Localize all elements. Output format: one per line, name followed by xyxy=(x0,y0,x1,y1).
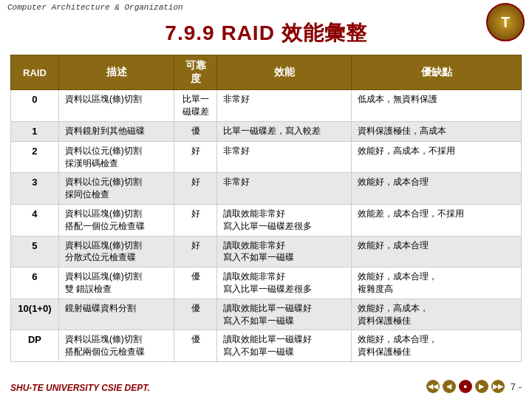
cell-reliability: 優 xyxy=(174,121,216,141)
cell-desc: 資料以區塊(條)切割 搭配兩個位元檢查碟 xyxy=(58,330,174,362)
cell-desc: 資料以區塊(條)切割 雙 錯誤檢查 xyxy=(58,267,174,299)
cell-performance: 讀取效能比單一磁碟好 寫入不如單一磁碟 xyxy=(216,330,352,362)
cell-raid-id: 0 xyxy=(11,90,59,122)
cell-raid-id: 2 xyxy=(11,141,59,173)
table-row: 5資料以區塊(條)切割 分散式位元檢查碟好讀取效能非常好 寫入不如單一磁碟效能好… xyxy=(11,236,522,267)
cell-pros: 效能好，高成本，不採用 xyxy=(352,141,522,173)
raid-table: RAID 描述 可靠度 效能 優缺點 0資料以區塊(條)切割比單一 磁碟差非常好… xyxy=(10,55,522,362)
nav-prev[interactable]: ◀ xyxy=(443,380,456,393)
cell-raid-id: 1 xyxy=(11,121,59,141)
logo-text: T xyxy=(501,14,510,31)
cell-pros: 效能好，成本合理 xyxy=(352,236,522,267)
cell-reliability: 好 xyxy=(174,173,216,205)
cell-reliability: 好 xyxy=(174,141,216,173)
table-row: 0資料以區塊(條)切割比單一 磁碟差非常好低成本，無資料保護 xyxy=(11,90,522,122)
cell-raid-id: 3 xyxy=(11,173,59,205)
cell-pros: 效能好，成本合理 xyxy=(352,173,522,205)
table-row: 2資料以位元(條)切割 採漢明碼檢查好非常好效能好，高成本，不採用 xyxy=(11,141,522,173)
page-number: 7 - xyxy=(511,381,522,392)
cell-desc: 資料以位元(條)切割 採漢明碼檢查 xyxy=(58,141,174,173)
footer-label: SHU-TE UNIVERSITY CSIE DEPT. xyxy=(10,383,150,393)
cell-pros: 資料保護極佳，高成本 xyxy=(352,121,522,141)
cell-pros: 效能差，成本合理，不採用 xyxy=(352,204,522,236)
cell-desc: 資料以區塊(條)切割 xyxy=(58,90,174,122)
cell-desc: 鏡射磁碟資料分割 xyxy=(58,299,174,330)
cell-pros: 效能好，高成本， 資料保護極佳 xyxy=(352,299,522,330)
cell-pros: 效能好，成本合理， 資料保護極佳 xyxy=(352,330,522,362)
main-title: 7.9.9 RAID 效能彙整 xyxy=(0,13,532,55)
cell-raid-id: 5 xyxy=(11,236,59,267)
cell-reliability: 優 xyxy=(174,330,216,362)
cell-raid-id: DP xyxy=(11,330,59,362)
table-row: 1資料鏡射到其他磁碟優比單一磁碟差，寫入較差資料保護極佳，高成本 xyxy=(11,121,522,141)
cell-performance: 讀取效能非常好 寫入不如單一磁碟 xyxy=(216,236,352,267)
cell-raid-id: 10(1+0) xyxy=(11,299,59,330)
cell-reliability: 好 xyxy=(174,204,216,236)
cell-reliability: 好 xyxy=(174,236,216,267)
cell-performance: 讀取效能比單一磁碟好 寫入不如單一磁碟 xyxy=(216,299,352,330)
table-row: 10(1+0)鏡射磁碟資料分割優讀取效能比單一磁碟好 寫入不如單一磁碟效能好，高… xyxy=(11,299,522,330)
table-header-row: RAID 描述 可靠度 效能 優缺點 xyxy=(11,55,522,90)
cell-performance: 非常好 xyxy=(216,173,352,205)
col-header-reliability: 可靠度 xyxy=(174,55,216,90)
cell-reliability: 比單一 磁碟差 xyxy=(174,90,216,122)
footer: SHU-TE UNIVERSITY CSIE DEPT. xyxy=(10,383,150,393)
col-header-pros: 優缺點 xyxy=(352,55,522,90)
cell-desc: 資料以區塊(條)切割 搭配一個位元檢查碟 xyxy=(58,204,174,236)
header-bar: Computer Architecture & Organization xyxy=(0,0,532,13)
table-row: 4資料以區塊(條)切割 搭配一個位元檢查碟好讀取效能非常好 寫入比單一磁碟差很多… xyxy=(11,204,522,236)
cell-performance: 讀取效能非常好 寫入比單一磁碟差很多 xyxy=(216,204,352,236)
cell-raid-id: 6 xyxy=(11,267,59,299)
subtitle: Computer Architecture & Organization xyxy=(7,3,183,12)
table-row: 3資料以位元(條)切割 採同位檢查好非常好效能好，成本合理 xyxy=(11,173,522,205)
logo: T xyxy=(486,3,525,41)
cell-pros: 效能好，成本合理， 複雜度高 xyxy=(352,267,522,299)
col-header-raid: RAID xyxy=(11,55,59,90)
nav-next-next[interactable]: ▶ xyxy=(475,380,488,393)
cell-performance: 讀取效能非常好 寫入比單一磁碟差很多 xyxy=(216,267,352,299)
cell-performance: 比單一磁碟差，寫入較差 xyxy=(216,121,352,141)
table-row: DP資料以區塊(條)切割 搭配兩個位元檢查碟優讀取效能比單一磁碟好 寫入不如單一… xyxy=(11,330,522,362)
nav-prev-prev[interactable]: ◀◀ xyxy=(426,380,440,393)
cell-raid-id: 4 xyxy=(11,204,59,236)
col-header-desc: 描述 xyxy=(58,55,174,90)
nav-last[interactable]: ▶▶ xyxy=(491,380,505,393)
cell-reliability: 優 xyxy=(174,299,216,330)
cell-reliability: 優 xyxy=(174,267,216,299)
cell-performance: 非常好 xyxy=(216,90,352,122)
cell-desc: 資料以位元(條)切割 採同位檢查 xyxy=(58,173,174,205)
nav-next[interactable]: ● xyxy=(459,380,472,393)
cell-performance: 非常好 xyxy=(216,141,352,173)
table-container: RAID 描述 可靠度 效能 優缺點 0資料以區塊(條)切割比單一 磁碟差非常好… xyxy=(0,55,532,362)
nav-dots: ◀◀ ◀ ● ▶ ▶▶ 7 - xyxy=(426,380,522,393)
col-header-performance: 效能 xyxy=(216,55,352,90)
cell-desc: 資料鏡射到其他磁碟 xyxy=(58,121,174,141)
cell-pros: 低成本，無資料保護 xyxy=(352,90,522,122)
table-row: 6資料以區塊(條)切割 雙 錯誤檢查優讀取效能非常好 寫入比單一磁碟差很多效能好… xyxy=(11,267,522,299)
cell-desc: 資料以區塊(條)切割 分散式位元檢查碟 xyxy=(58,236,174,267)
